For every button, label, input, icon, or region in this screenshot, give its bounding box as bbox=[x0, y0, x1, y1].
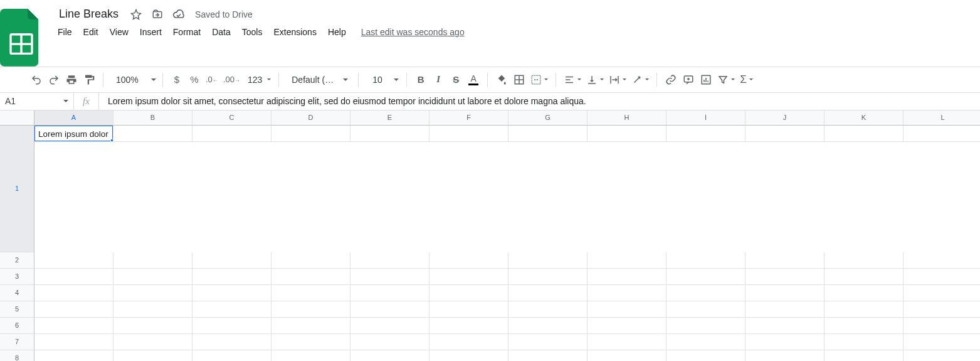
menu-format[interactable]: Format bbox=[168, 24, 206, 40]
undo-button[interactable] bbox=[28, 71, 45, 89]
cell-E4[interactable] bbox=[350, 285, 429, 301]
font-size-select[interactable]: 10 bbox=[364, 71, 401, 89]
col-header-A[interactable]: A bbox=[34, 110, 113, 126]
cell-J2[interactable] bbox=[746, 252, 825, 269]
cell-L3[interactable] bbox=[904, 269, 980, 285]
app-logo[interactable] bbox=[0, 4, 43, 67]
cell-F1[interactable] bbox=[429, 126, 508, 142]
vertical-align-button[interactable] bbox=[584, 71, 606, 89]
cell-D3[interactable] bbox=[271, 269, 350, 285]
borders-button[interactable] bbox=[510, 71, 528, 89]
col-header-F[interactable]: F bbox=[429, 110, 508, 126]
select-all-corner[interactable] bbox=[0, 110, 34, 126]
cell-F6[interactable] bbox=[429, 318, 508, 334]
move-icon[interactable] bbox=[150, 7, 165, 22]
cell-K6[interactable] bbox=[825, 318, 904, 334]
cell-J3[interactable] bbox=[746, 269, 825, 285]
cell-C8[interactable] bbox=[192, 350, 271, 361]
cell-C3[interactable] bbox=[192, 269, 271, 285]
cell-J7[interactable] bbox=[746, 334, 825, 350]
cell-E2[interactable] bbox=[350, 252, 429, 269]
cell-L6[interactable] bbox=[904, 318, 980, 334]
cell-C7[interactable] bbox=[192, 334, 271, 350]
cell-E8[interactable] bbox=[350, 350, 429, 361]
insert-link-button[interactable] bbox=[662, 71, 680, 89]
cell-F5[interactable] bbox=[429, 301, 508, 318]
cell-K3[interactable] bbox=[825, 269, 904, 285]
row-header-7[interactable]: 7 bbox=[0, 334, 34, 350]
formula-input[interactable]: Lorem ipsum dolor sit amet, consectetur … bbox=[99, 93, 980, 110]
cell-E1[interactable] bbox=[350, 126, 429, 142]
star-icon[interactable] bbox=[129, 7, 144, 22]
cell-J6[interactable] bbox=[746, 318, 825, 334]
cell-B5[interactable] bbox=[113, 301, 192, 318]
cell-E7[interactable] bbox=[350, 334, 429, 350]
col-header-E[interactable]: E bbox=[350, 110, 429, 126]
row-header-3[interactable]: 3 bbox=[0, 269, 34, 285]
cell-G5[interactable] bbox=[508, 301, 587, 318]
print-button[interactable] bbox=[63, 71, 80, 89]
cell-H5[interactable] bbox=[587, 301, 667, 318]
cell-D4[interactable] bbox=[271, 285, 350, 301]
cell-K4[interactable] bbox=[825, 285, 904, 301]
bold-button[interactable]: B bbox=[412, 71, 429, 89]
cell-A4[interactable] bbox=[34, 285, 113, 301]
cell-G4[interactable] bbox=[508, 285, 587, 301]
cell-B2[interactable] bbox=[113, 252, 192, 269]
horizontal-align-button[interactable] bbox=[561, 71, 584, 89]
cell-I4[interactable] bbox=[667, 285, 746, 301]
menu-view[interactable]: View bbox=[105, 24, 134, 40]
cell-H6[interactable] bbox=[587, 318, 667, 334]
menu-insert[interactable]: Insert bbox=[135, 24, 167, 40]
col-header-C[interactable]: C bbox=[192, 110, 271, 126]
cell-I6[interactable] bbox=[667, 318, 746, 334]
cell-H4[interactable] bbox=[587, 285, 667, 301]
cell-K1[interactable] bbox=[825, 126, 904, 142]
cell-G6[interactable] bbox=[508, 318, 587, 334]
menu-data[interactable]: Data bbox=[207, 24, 236, 40]
col-header-B[interactable]: B bbox=[113, 110, 192, 126]
cell-H3[interactable] bbox=[587, 269, 667, 285]
cloud-icon[interactable] bbox=[171, 7, 186, 22]
strikethrough-button[interactable]: S bbox=[447, 71, 465, 89]
cell-G7[interactable] bbox=[508, 334, 587, 350]
percent-button[interactable]: % bbox=[186, 71, 203, 89]
cell-E3[interactable] bbox=[350, 269, 429, 285]
cell-I8[interactable] bbox=[667, 350, 746, 361]
cell-L8[interactable] bbox=[904, 350, 980, 361]
cell-L5[interactable] bbox=[904, 301, 980, 318]
cell-I7[interactable] bbox=[667, 334, 746, 350]
cell-A1[interactable]: Lorem ipsum dolor sit amet, consectetur … bbox=[34, 126, 113, 142]
col-header-I[interactable]: I bbox=[667, 110, 746, 126]
zoom-select[interactable]: 100% bbox=[108, 71, 157, 89]
cell-C5[interactable] bbox=[192, 301, 271, 318]
cell-I1[interactable] bbox=[667, 126, 746, 142]
cell-L4[interactable] bbox=[904, 285, 980, 301]
insert-chart-button[interactable] bbox=[697, 71, 715, 89]
menu-edit[interactable]: Edit bbox=[78, 24, 103, 40]
cell-B8[interactable] bbox=[113, 350, 192, 361]
col-header-D[interactable]: D bbox=[271, 110, 350, 126]
cell-C2[interactable] bbox=[192, 252, 271, 269]
cell-J1[interactable] bbox=[746, 126, 825, 142]
cell-K2[interactable] bbox=[825, 252, 904, 269]
doc-title[interactable]: Line Breaks bbox=[55, 6, 122, 22]
text-wrap-button[interactable] bbox=[606, 71, 629, 89]
cell-E6[interactable] bbox=[350, 318, 429, 334]
cell-A5[interactable] bbox=[34, 301, 113, 318]
cell-B6[interactable] bbox=[113, 318, 192, 334]
cell-B7[interactable] bbox=[113, 334, 192, 350]
number-format-select[interactable]: 123 bbox=[243, 71, 273, 89]
font-select[interactable]: Default (Ari... bbox=[284, 71, 353, 89]
row-header-4[interactable]: 4 bbox=[0, 285, 34, 301]
cell-D6[interactable] bbox=[271, 318, 350, 334]
row-header-8[interactable]: 8 bbox=[0, 350, 34, 361]
col-header-J[interactable]: J bbox=[746, 110, 825, 126]
cell-F3[interactable] bbox=[429, 269, 508, 285]
row-header-5[interactable]: 5 bbox=[0, 301, 34, 318]
fill-handle[interactable] bbox=[110, 139, 113, 142]
cell-F7[interactable] bbox=[429, 334, 508, 350]
cell-G8[interactable] bbox=[508, 350, 587, 361]
menu-help[interactable]: Help bbox=[323, 24, 351, 40]
row-header-6[interactable]: 6 bbox=[0, 318, 34, 334]
